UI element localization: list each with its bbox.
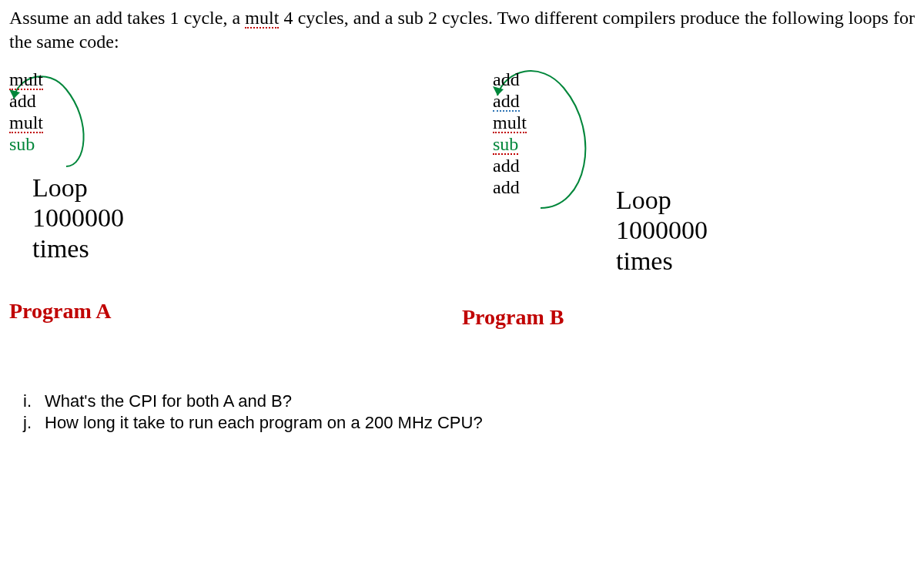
instr-a-3: sub — [9, 134, 35, 154]
loop-b-line2: 1000000 — [616, 215, 708, 245]
instr-a-0: mult — [9, 72, 43, 90]
q-i-num: i. — [9, 391, 45, 411]
intro-mult-word: mult — [245, 10, 279, 29]
program-a: mult add mult sub Loop 1000000 times Pro… — [9, 68, 462, 345]
q-j-num: j. — [9, 413, 45, 433]
instr-b-0: add — [493, 69, 520, 89]
q-i-text: What's the CPI for both A and B? — [45, 391, 292, 411]
instr-a-1: add — [9, 91, 36, 111]
loop-b-line1: Loop — [616, 185, 708, 215]
intro-pre: Assume an add takes 1 cycle, a — [9, 8, 245, 28]
program-a-label: Program A — [9, 299, 111, 324]
questions: i. What's the CPI for both A and B? j. H… — [9, 391, 915, 433]
instr-b-4: add — [493, 156, 520, 176]
question-i: i. What's the CPI for both A and B? — [9, 391, 915, 411]
q-j-text: How long it take to run each program on … — [45, 413, 483, 433]
loop-a-line3: times — [32, 233, 124, 263]
instr-b-5: add — [493, 177, 520, 197]
intro-text: Assume an add takes 1 cycle, a mult 4 cy… — [9, 6, 915, 54]
loop-a-line1: Loop — [32, 173, 124, 203]
instr-a-2: mult — [9, 115, 43, 133]
instr-b-1: add — [493, 93, 520, 112]
loop-a-line2: 1000000 — [32, 203, 124, 233]
programs-row: mult add mult sub Loop 1000000 times Pro… — [9, 68, 915, 345]
instr-b-2: mult — [493, 115, 527, 133]
instr-b-3: sub — [493, 136, 518, 155]
loop-b-line3: times — [616, 246, 708, 276]
question-j: j. How long it take to run each program … — [9, 413, 915, 433]
program-b-label: Program B — [462, 305, 564, 330]
program-b: add add mult sub add add Loop 1000000 ti… — [462, 68, 915, 345]
